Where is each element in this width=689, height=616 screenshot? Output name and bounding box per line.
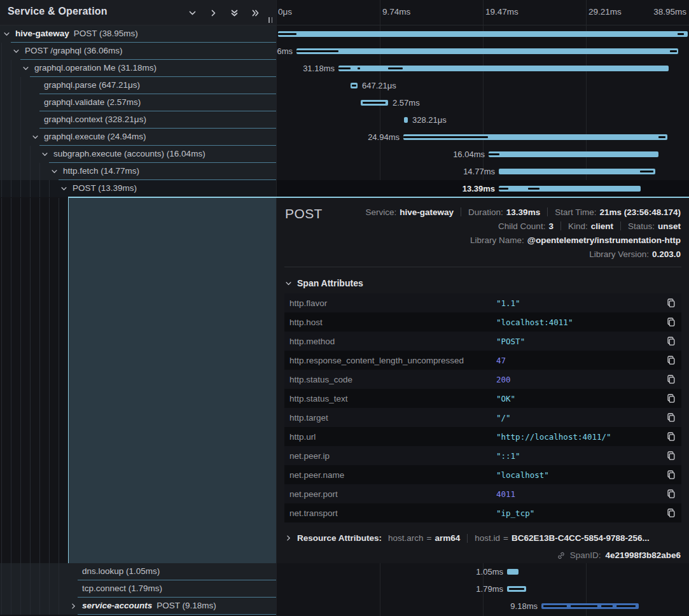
attribute-row[interactable]: http.status_text"OK"	[284, 389, 681, 408]
span-bar[interactable]	[541, 603, 639, 609]
attribute-row[interactable]: net.peer.ip"::1"	[284, 446, 681, 465]
copy-icon[interactable]	[666, 298, 676, 308]
chevron-down-icon[interactable]	[13, 48, 20, 55]
child-span-mark	[296, 50, 338, 52]
attribute-key: http.response_content_length_uncompresse…	[284, 356, 496, 365]
attribute-row[interactable]: http.target"/"	[284, 408, 681, 427]
collapse-all-icon[interactable]	[230, 9, 239, 17]
span-attributes-section-header[interactable]: Span Attributes	[285, 277, 363, 290]
indent-guide-line	[1, 60, 2, 77]
indent-guide-line	[1, 198, 2, 563]
tree-row[interactable]: graphql.execute (24.94ms)	[0, 129, 276, 146]
copy-icon[interactable]	[666, 431, 676, 442]
span-name-label: dns.lookup (1.05ms)	[82, 563, 160, 580]
timeline-row[interactable]: 9.18ms	[277, 598, 689, 615]
stat-separator	[461, 207, 461, 216]
tree-row[interactable]: service-accountsPOST (9.18ms)	[0, 598, 276, 615]
timeline-row[interactable]: 36.06ms	[277, 43, 689, 60]
attribute-row[interactable]: net.peer.name"localhost"	[284, 465, 681, 484]
tree-row[interactable]: graphql.operation Me (31.18ms)	[0, 60, 276, 77]
copy-icon[interactable]	[666, 451, 676, 461]
chevron-down-icon[interactable]	[41, 151, 48, 158]
copy-icon[interactable]	[666, 508, 676, 518]
attribute-row[interactable]: net.peer.port4011	[284, 484, 681, 503]
tree-row[interactable]: http.fetch (14.77ms)	[0, 163, 276, 180]
span-bar[interactable]	[499, 169, 655, 174]
attribute-row[interactable]: http.flavor"1.1"	[284, 293, 681, 312]
stat-separator	[620, 221, 621, 230]
span-bar[interactable]	[489, 151, 658, 157]
chevron-down-icon[interactable]	[3, 31, 10, 38]
resource-key: host.id	[475, 533, 500, 543]
indent-guide-line	[11, 60, 11, 77]
tree-row[interactable]: dns.lookup (1.05ms)	[0, 563, 276, 580]
chevron-down-icon[interactable]	[22, 65, 29, 72]
tree-row[interactable]: graphql.validate (2.57ms)	[0, 94, 276, 111]
tree-row[interactable]: graphql.parse (647.21μs)	[0, 77, 276, 94]
timeline-row[interactable]: 24.94ms	[277, 129, 689, 146]
tree-rows-top: hive-gatewayPOST (38.95ms)POST /graphql …	[0, 25, 276, 197]
stat-value: 21ms (23:56:48.174)	[599, 207, 681, 217]
resource-attributes-row[interactable]: Resource Attributes: host.arch=arm64host…	[285, 533, 650, 543]
tree-row[interactable]: POST (13.39ms)	[0, 180, 276, 197]
span-bar[interactable]	[361, 100, 388, 106]
indent-guide-line	[11, 129, 11, 146]
indent-guide-line	[20, 580, 21, 598]
span-duration-label: 14.77ms	[463, 163, 495, 180]
copy-icon[interactable]	[666, 393, 676, 403]
span-bar[interactable]	[507, 569, 518, 575]
collapse-one-icon[interactable]	[188, 9, 197, 17]
attribute-row[interactable]: http.response_content_length_uncompresse…	[284, 351, 681, 370]
copy-icon[interactable]	[666, 412, 676, 423]
span-bar[interactable]	[338, 66, 669, 71]
indent-guide-line	[1, 111, 2, 129]
timeline-rows-top: 36.06ms31.18ms647.21μs2.57ms328.21μs24.9…	[277, 25, 689, 197]
timeline-row[interactable]: 1.79ms	[277, 580, 689, 598]
timeline-row[interactable]: 2.57ms	[277, 94, 689, 111]
chevron-right-icon[interactable]	[70, 603, 77, 610]
copy-icon[interactable]	[666, 489, 676, 499]
timeline-row[interactable]: 16.04ms	[277, 146, 689, 163]
timeline-row[interactable]: 328.21μs	[277, 111, 689, 129]
timeline-row[interactable]: 31.18ms	[277, 60, 689, 77]
copy-icon[interactable]	[666, 317, 676, 327]
timeline-row[interactable]: 647.21μs	[277, 77, 689, 94]
child-span-mark	[499, 188, 508, 190]
span-bar[interactable]	[499, 186, 641, 192]
chevron-down-icon[interactable]	[32, 134, 39, 141]
tree-row[interactable]: POST /graphql (36.06ms)	[0, 43, 276, 60]
attribute-row[interactable]: http.url"http://localhost:4011/"	[284, 427, 681, 446]
span-bar[interactable]	[404, 117, 408, 123]
link-icon[interactable]	[557, 551, 566, 560]
copy-icon[interactable]	[666, 336, 676, 346]
expand-one-icon[interactable]	[209, 9, 218, 17]
tree-header: Service & Operation	[0, 0, 276, 25]
tree-row[interactable]: subgraph.execute (accounts) (16.04ms)	[0, 146, 276, 163]
chevron-down-icon[interactable]	[51, 168, 58, 175]
attribute-row[interactable]: http.status_code200	[284, 370, 681, 389]
tree-row[interactable]: hive-gatewayPOST (38.95ms)	[0, 25, 276, 43]
expand-all-icon[interactable]	[251, 9, 260, 17]
copy-icon[interactable]	[666, 355, 676, 365]
attribute-row[interactable]: http.method"POST"	[284, 332, 681, 351]
copy-icon[interactable]	[666, 470, 676, 480]
timeline-row[interactable]	[277, 25, 689, 43]
timeline-row[interactable]: 14.77ms	[277, 163, 689, 180]
span-bar[interactable]	[278, 31, 688, 37]
timeline-row[interactable]: 13.39ms	[277, 180, 689, 197]
tree-row[interactable]: graphql.context (328.21μs)	[0, 111, 276, 129]
tree-row[interactable]: tcp.connect (1.79ms)	[0, 580, 276, 598]
column-resizer-handle[interactable]	[268, 17, 272, 23]
attribute-row[interactable]: http.host"localhost:4011"	[284, 312, 681, 332]
span-bar[interactable]	[507, 586, 526, 592]
indent-guide-line	[11, 94, 11, 111]
span-bar[interactable]	[403, 134, 667, 140]
indent-guide-line	[1, 563, 2, 580]
chevron-down-icon[interactable]	[60, 185, 67, 192]
timeline-row[interactable]: 1.05ms	[277, 563, 689, 580]
span-bar[interactable]	[351, 83, 358, 88]
attribute-row[interactable]: net.transport"ip_tcp"	[284, 503, 681, 522]
copy-icon[interactable]	[666, 374, 676, 384]
span-bar[interactable]	[296, 48, 678, 54]
span-tree-panel: Service & Operation hive-gatewayPOST (38…	[0, 0, 276, 616]
